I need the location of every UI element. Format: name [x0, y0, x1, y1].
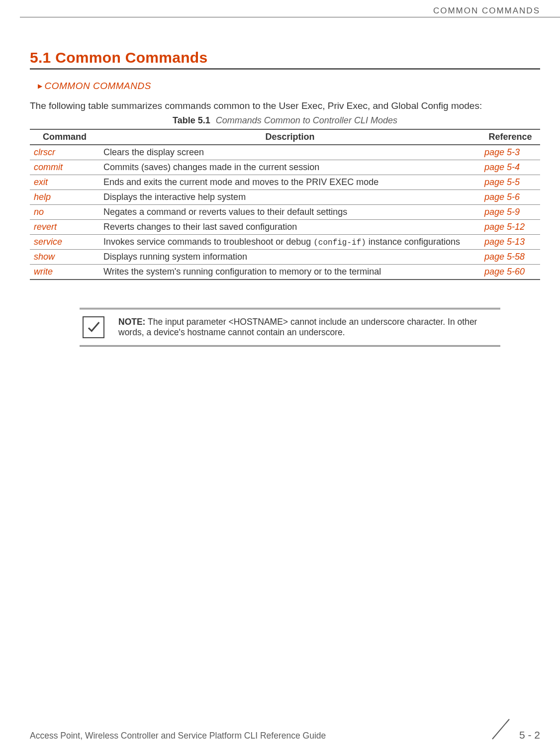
table-row: no Negates a command or reverts values t…	[30, 205, 540, 220]
ref-link[interactable]: page 5-6	[484, 192, 520, 202]
table-row: help Displays the interactive help syste…	[30, 190, 540, 205]
note-block: NOTE: The input parameter <HOSTNAME> can…	[80, 308, 500, 347]
cmd-ref: page 5-5	[480, 175, 540, 190]
cmd-name: help	[30, 190, 99, 205]
ref-link[interactable]: page 5-60	[484, 267, 525, 277]
note-body: The input parameter <HOSTNAME> cannot in…	[118, 317, 477, 337]
cmd-name: exit	[30, 175, 99, 190]
breadcrumb-arrow-icon: ▶	[38, 83, 43, 90]
cmd-desc: Negates a command or reverts values to t…	[99, 205, 480, 220]
cmd-ref: page 5-6	[480, 190, 540, 205]
note-text: NOTE: The input parameter <HOSTNAME> can…	[118, 317, 497, 338]
cmd-name: clrscr	[30, 145, 99, 160]
col-command: Command	[30, 129, 99, 145]
caption-label: Table 5.1	[173, 115, 210, 125]
table-row: write Writes the system's running config…	[30, 265, 540, 280]
cmd-ref: page 5-58	[480, 250, 540, 265]
section-title: 5.1 Common Commands	[30, 49, 540, 70]
table-row: revert Reverts changes to their last sav…	[30, 220, 540, 235]
commands-table: Command Description Reference clrscr Cle…	[30, 129, 540, 280]
cmd-name: service	[30, 235, 99, 250]
col-description: Description	[99, 129, 480, 145]
ref-link[interactable]: page 5-12	[484, 222, 525, 232]
breadcrumb[interactable]: ▶COMMON COMMANDS	[30, 81, 540, 92]
table-caption: Table 5.1 Commands Common to Controller …	[30, 115, 540, 126]
checkmark-icon	[83, 316, 104, 338]
cmd-name: revert	[30, 220, 99, 235]
svg-line-0	[492, 719, 509, 739]
cmd-ref: page 5-13	[480, 235, 540, 250]
cmd-desc: Clears the display screen	[99, 145, 480, 160]
cmd-name: commit	[30, 160, 99, 175]
cmd-ref: page 5-12	[480, 220, 540, 235]
intro-text: The following table summarizes commands …	[30, 100, 540, 111]
cmd-desc-mono: (config-if)	[313, 238, 366, 247]
table-header-row: Command Description Reference	[30, 129, 540, 145]
ref-link[interactable]: page 5-5	[484, 177, 520, 187]
cmd-desc: Commits (saves) changes made in the curr…	[99, 160, 480, 175]
cmd-name: no	[30, 205, 99, 220]
cmd-desc: Writes the system's running configuratio…	[99, 265, 480, 280]
cmd-name: write	[30, 265, 99, 280]
col-reference: Reference	[480, 129, 540, 145]
page-number: 5 - 2	[519, 729, 540, 741]
cmd-desc-pre: Invokes service commands to troubleshoot…	[103, 237, 313, 247]
cmd-desc: Displays the interactive help system	[99, 190, 480, 205]
table-row: service Invokes service commands to trou…	[30, 235, 540, 250]
table-row: commit Commits (saves) changes made in t…	[30, 160, 540, 175]
footer-title: Access Point, Wireless Controller and Se…	[30, 731, 326, 741]
table-row: clrscr Clears the display screen page 5-…	[30, 145, 540, 160]
page-footer: Access Point, Wireless Controller and Se…	[30, 716, 540, 741]
note-label: NOTE:	[118, 317, 145, 327]
ref-link[interactable]: page 5-3	[484, 147, 520, 157]
breadcrumb-label: COMMON COMMANDS	[45, 81, 151, 91]
cmd-ref: page 5-4	[480, 160, 540, 175]
cmd-desc-post: instance configurations	[366, 237, 460, 247]
ref-link[interactable]: page 5-9	[484, 207, 520, 217]
cmd-desc: Reverts changes to their last saved conf…	[99, 220, 480, 235]
cmd-ref: page 5-9	[480, 205, 540, 220]
cmd-ref: page 5-60	[480, 265, 540, 280]
running-head: COMMON COMMANDS	[20, 6, 560, 17]
ref-link[interactable]: page 5-58	[484, 252, 525, 262]
ref-link[interactable]: page 5-4	[484, 162, 520, 172]
table-row: exit Ends and exits the current mode and…	[30, 175, 540, 190]
cmd-name: show	[30, 250, 99, 265]
footer-slash-icon	[489, 716, 512, 741]
cmd-desc: Invokes service commands to troubleshoot…	[99, 235, 480, 250]
cmd-desc: Ends and exits the current mode and move…	[99, 175, 480, 190]
caption-text: Commands Common to Controller CLI Modes	[216, 115, 397, 125]
table-row: show Displays running system information…	[30, 250, 540, 265]
cmd-ref: page 5-3	[480, 145, 540, 160]
cmd-desc: Displays running system information	[99, 250, 480, 265]
ref-link[interactable]: page 5-13	[484, 237, 525, 247]
